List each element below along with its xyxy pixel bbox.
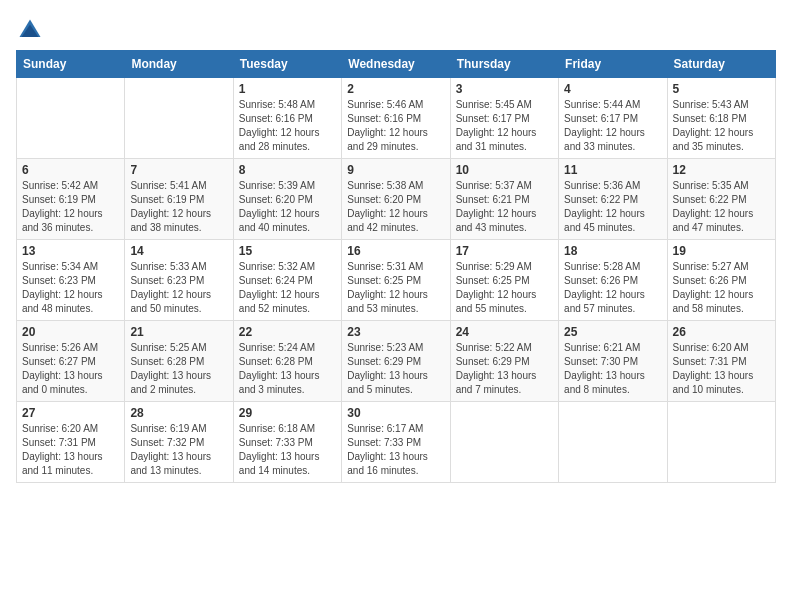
calendar-cell: 12Sunrise: 5:35 AM Sunset: 6:22 PM Dayli… <box>667 159 775 240</box>
logo-icon <box>16 16 44 44</box>
calendar-cell: 1Sunrise: 5:48 AM Sunset: 6:16 PM Daylig… <box>233 78 341 159</box>
calendar-cell: 21Sunrise: 5:25 AM Sunset: 6:28 PM Dayli… <box>125 321 233 402</box>
day-info: Sunrise: 6:20 AM Sunset: 7:31 PM Dayligh… <box>22 422 119 478</box>
day-info: Sunrise: 5:29 AM Sunset: 6:25 PM Dayligh… <box>456 260 553 316</box>
day-number: 15 <box>239 244 336 258</box>
day-number: 24 <box>456 325 553 339</box>
calendar-cell: 16Sunrise: 5:31 AM Sunset: 6:25 PM Dayli… <box>342 240 450 321</box>
day-number: 20 <box>22 325 119 339</box>
day-number: 27 <box>22 406 119 420</box>
day-info: Sunrise: 5:34 AM Sunset: 6:23 PM Dayligh… <box>22 260 119 316</box>
day-info: Sunrise: 5:33 AM Sunset: 6:23 PM Dayligh… <box>130 260 227 316</box>
calendar-cell: 23Sunrise: 5:23 AM Sunset: 6:29 PM Dayli… <box>342 321 450 402</box>
page-header <box>16 16 776 44</box>
day-info: Sunrise: 5:35 AM Sunset: 6:22 PM Dayligh… <box>673 179 770 235</box>
calendar-cell: 10Sunrise: 5:37 AM Sunset: 6:21 PM Dayli… <box>450 159 558 240</box>
day-number: 14 <box>130 244 227 258</box>
day-info: Sunrise: 5:46 AM Sunset: 6:16 PM Dayligh… <box>347 98 444 154</box>
calendar-cell: 7Sunrise: 5:41 AM Sunset: 6:19 PM Daylig… <box>125 159 233 240</box>
day-header-monday: Monday <box>125 51 233 78</box>
calendar-header-row: SundayMondayTuesdayWednesdayThursdayFrid… <box>17 51 776 78</box>
calendar-cell: 18Sunrise: 5:28 AM Sunset: 6:26 PM Dayli… <box>559 240 667 321</box>
calendar-cell: 28Sunrise: 6:19 AM Sunset: 7:32 PM Dayli… <box>125 402 233 483</box>
day-number: 3 <box>456 82 553 96</box>
day-number: 21 <box>130 325 227 339</box>
calendar-cell <box>450 402 558 483</box>
calendar-cell: 2Sunrise: 5:46 AM Sunset: 6:16 PM Daylig… <box>342 78 450 159</box>
day-number: 18 <box>564 244 661 258</box>
day-info: Sunrise: 5:45 AM Sunset: 6:17 PM Dayligh… <box>456 98 553 154</box>
calendar-cell: 22Sunrise: 5:24 AM Sunset: 6:28 PM Dayli… <box>233 321 341 402</box>
day-number: 2 <box>347 82 444 96</box>
day-number: 9 <box>347 163 444 177</box>
day-number: 13 <box>22 244 119 258</box>
day-number: 10 <box>456 163 553 177</box>
day-header-saturday: Saturday <box>667 51 775 78</box>
calendar-cell: 6Sunrise: 5:42 AM Sunset: 6:19 PM Daylig… <box>17 159 125 240</box>
day-number: 12 <box>673 163 770 177</box>
calendar-cell: 25Sunrise: 6:21 AM Sunset: 7:30 PM Dayli… <box>559 321 667 402</box>
day-info: Sunrise: 5:41 AM Sunset: 6:19 PM Dayligh… <box>130 179 227 235</box>
day-number: 7 <box>130 163 227 177</box>
day-info: Sunrise: 5:42 AM Sunset: 6:19 PM Dayligh… <box>22 179 119 235</box>
day-info: Sunrise: 6:20 AM Sunset: 7:31 PM Dayligh… <box>673 341 770 397</box>
day-number: 5 <box>673 82 770 96</box>
calendar-cell: 15Sunrise: 5:32 AM Sunset: 6:24 PM Dayli… <box>233 240 341 321</box>
day-info: Sunrise: 6:18 AM Sunset: 7:33 PM Dayligh… <box>239 422 336 478</box>
day-info: Sunrise: 5:22 AM Sunset: 6:29 PM Dayligh… <box>456 341 553 397</box>
day-info: Sunrise: 5:39 AM Sunset: 6:20 PM Dayligh… <box>239 179 336 235</box>
day-number: 26 <box>673 325 770 339</box>
calendar-cell <box>125 78 233 159</box>
day-number: 22 <box>239 325 336 339</box>
calendar-cell: 30Sunrise: 6:17 AM Sunset: 7:33 PM Dayli… <box>342 402 450 483</box>
calendar-cell: 14Sunrise: 5:33 AM Sunset: 6:23 PM Dayli… <box>125 240 233 321</box>
calendar-week-row: 1Sunrise: 5:48 AM Sunset: 6:16 PM Daylig… <box>17 78 776 159</box>
calendar-cell: 20Sunrise: 5:26 AM Sunset: 6:27 PM Dayli… <box>17 321 125 402</box>
calendar-cell: 29Sunrise: 6:18 AM Sunset: 7:33 PM Dayli… <box>233 402 341 483</box>
calendar-cell: 19Sunrise: 5:27 AM Sunset: 6:26 PM Dayli… <box>667 240 775 321</box>
day-number: 4 <box>564 82 661 96</box>
day-number: 25 <box>564 325 661 339</box>
calendar-week-row: 13Sunrise: 5:34 AM Sunset: 6:23 PM Dayli… <box>17 240 776 321</box>
day-info: Sunrise: 5:36 AM Sunset: 6:22 PM Dayligh… <box>564 179 661 235</box>
day-info: Sunrise: 5:44 AM Sunset: 6:17 PM Dayligh… <box>564 98 661 154</box>
day-info: Sunrise: 6:21 AM Sunset: 7:30 PM Dayligh… <box>564 341 661 397</box>
day-number: 28 <box>130 406 227 420</box>
day-number: 6 <box>22 163 119 177</box>
calendar-week-row: 27Sunrise: 6:20 AM Sunset: 7:31 PM Dayli… <box>17 402 776 483</box>
calendar-cell: 4Sunrise: 5:44 AM Sunset: 6:17 PM Daylig… <box>559 78 667 159</box>
day-number: 8 <box>239 163 336 177</box>
calendar-cell: 8Sunrise: 5:39 AM Sunset: 6:20 PM Daylig… <box>233 159 341 240</box>
day-header-friday: Friday <box>559 51 667 78</box>
calendar-cell: 9Sunrise: 5:38 AM Sunset: 6:20 PM Daylig… <box>342 159 450 240</box>
day-header-sunday: Sunday <box>17 51 125 78</box>
calendar-cell <box>667 402 775 483</box>
day-info: Sunrise: 5:31 AM Sunset: 6:25 PM Dayligh… <box>347 260 444 316</box>
calendar-cell <box>559 402 667 483</box>
day-number: 11 <box>564 163 661 177</box>
day-header-wednesday: Wednesday <box>342 51 450 78</box>
day-info: Sunrise: 5:43 AM Sunset: 6:18 PM Dayligh… <box>673 98 770 154</box>
calendar-table: SundayMondayTuesdayWednesdayThursdayFrid… <box>16 50 776 483</box>
day-info: Sunrise: 6:19 AM Sunset: 7:32 PM Dayligh… <box>130 422 227 478</box>
calendar-cell: 17Sunrise: 5:29 AM Sunset: 6:25 PM Dayli… <box>450 240 558 321</box>
day-info: Sunrise: 5:37 AM Sunset: 6:21 PM Dayligh… <box>456 179 553 235</box>
day-number: 30 <box>347 406 444 420</box>
day-info: Sunrise: 5:32 AM Sunset: 6:24 PM Dayligh… <box>239 260 336 316</box>
day-number: 19 <box>673 244 770 258</box>
day-number: 16 <box>347 244 444 258</box>
day-info: Sunrise: 5:38 AM Sunset: 6:20 PM Dayligh… <box>347 179 444 235</box>
day-number: 1 <box>239 82 336 96</box>
calendar-cell: 3Sunrise: 5:45 AM Sunset: 6:17 PM Daylig… <box>450 78 558 159</box>
calendar-cell: 13Sunrise: 5:34 AM Sunset: 6:23 PM Dayli… <box>17 240 125 321</box>
calendar-cell: 11Sunrise: 5:36 AM Sunset: 6:22 PM Dayli… <box>559 159 667 240</box>
day-number: 17 <box>456 244 553 258</box>
day-header-tuesday: Tuesday <box>233 51 341 78</box>
day-number: 23 <box>347 325 444 339</box>
day-info: Sunrise: 6:17 AM Sunset: 7:33 PM Dayligh… <box>347 422 444 478</box>
calendar-cell <box>17 78 125 159</box>
calendar-cell: 24Sunrise: 5:22 AM Sunset: 6:29 PM Dayli… <box>450 321 558 402</box>
day-info: Sunrise: 5:28 AM Sunset: 6:26 PM Dayligh… <box>564 260 661 316</box>
calendar-week-row: 6Sunrise: 5:42 AM Sunset: 6:19 PM Daylig… <box>17 159 776 240</box>
logo <box>16 16 48 44</box>
